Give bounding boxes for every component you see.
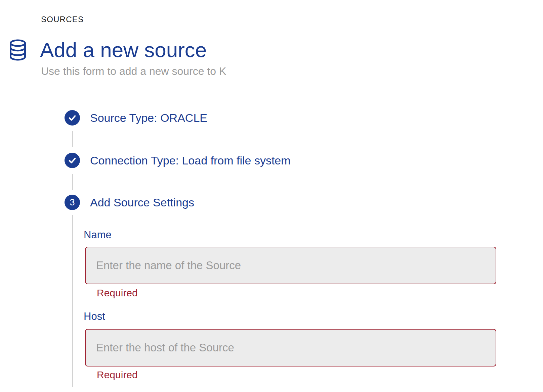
- add-source-page: SOURCES Add a new source Use this form t…: [0, 0, 543, 392]
- step-3-number: 3: [70, 198, 75, 207]
- step-content-rail: [72, 215, 73, 387]
- step-2-circle: [65, 153, 80, 168]
- name-input[interactable]: [85, 247, 496, 284]
- check-icon: [68, 113, 77, 122]
- step-connector: [72, 131, 73, 147]
- step-add-source-settings[interactable]: 3 Add Source Settings: [65, 195, 194, 210]
- step-1-label: Source Type: ORACLE: [90, 112, 207, 124]
- host-input[interactable]: [85, 329, 496, 366]
- step-source-type[interactable]: Source Type: ORACLE: [65, 110, 207, 126]
- name-required-error: Required: [97, 288, 138, 298]
- step-connection-type[interactable]: Connection Type: Load from file system: [65, 153, 291, 168]
- page-subtitle: Use this form to add a new source to K: [41, 66, 226, 77]
- name-field-label: Name: [84, 230, 112, 240]
- host-field-label: Host: [84, 311, 105, 322]
- step-connector: [72, 174, 73, 190]
- step-1-circle: [65, 110, 80, 126]
- breadcrumb[interactable]: SOURCES: [41, 15, 84, 23]
- step-3-circle: 3: [65, 195, 80, 210]
- check-icon: [68, 156, 77, 165]
- step-3-label: Add Source Settings: [90, 197, 194, 208]
- database-icon: [9, 39, 27, 61]
- page-title: Add a new source: [40, 40, 207, 60]
- step-2-label: Connection Type: Load from file system: [90, 155, 291, 166]
- host-required-error: Required: [97, 370, 138, 380]
